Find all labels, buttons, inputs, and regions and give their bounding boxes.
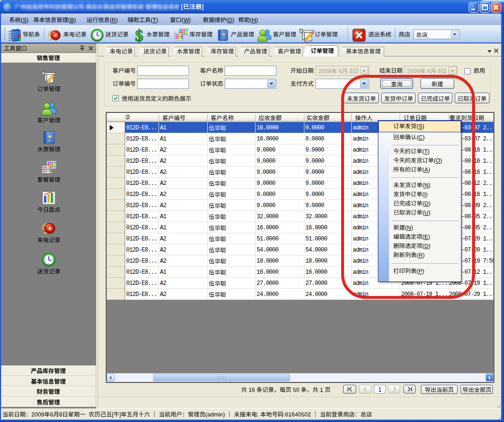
svg-text:$: $ (135, 28, 144, 42)
